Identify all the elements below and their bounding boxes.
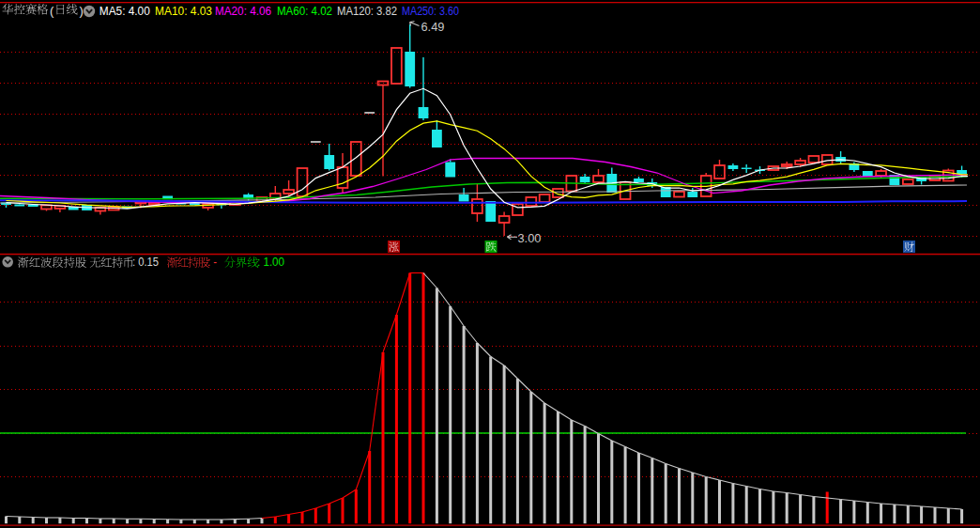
svg-text:): )	[80, 4, 84, 18]
svg-text:MA5: 4.00: MA5: 4.00	[100, 4, 150, 18]
svg-text:: 1.00: : 1.00	[257, 255, 284, 269]
svg-text:MA60: 4.02: MA60: 4.02	[277, 4, 332, 18]
svg-text:MA10: 4.03: MA10: 4.03	[155, 4, 212, 18]
svg-text:: -: : -	[207, 255, 217, 269]
svg-text:MA250: 3.60: MA250: 3.60	[402, 4, 459, 18]
svg-text:(: (	[50, 4, 54, 18]
svg-text:: 0.15: : 0.15	[132, 255, 159, 269]
svg-text:MA120: 3.82: MA120: 3.82	[337, 4, 397, 18]
svg-text:6.49: 6.49	[421, 20, 445, 34]
svg-text:3.00: 3.00	[518, 231, 542, 245]
svg-text:MA20: 4.06: MA20: 4.06	[215, 4, 271, 18]
